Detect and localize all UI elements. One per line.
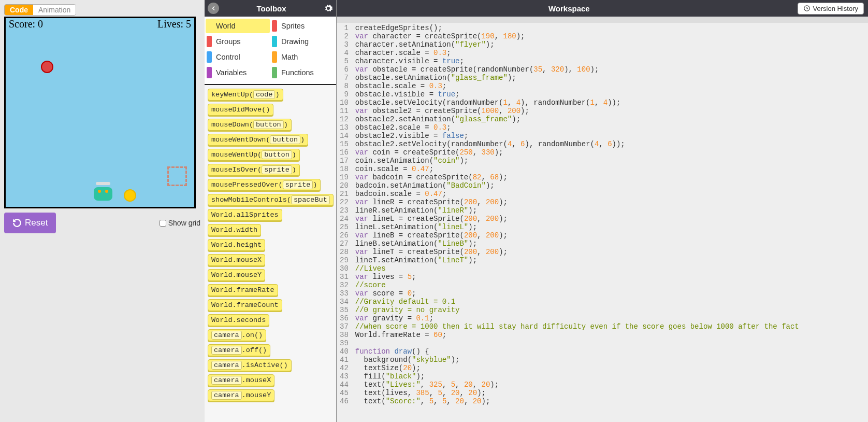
code-line[interactable]: //when score = 1000 then it will stay ha…	[355, 322, 866, 331]
code-block[interactable]: camera.mouseY	[208, 389, 274, 401]
code-line[interactable]: badcoin.setAnimation("BadCoin");	[355, 181, 866, 190]
category-variables[interactable]: Variables	[206, 65, 270, 80]
toolbox-back-button[interactable]	[208, 3, 219, 14]
code-line[interactable]: //Lives	[355, 264, 866, 273]
tab-animation[interactable]: Animation	[33, 5, 76, 15]
line-number: 32	[340, 281, 349, 289]
code-line[interactable]: var lives = 5;	[355, 273, 866, 281]
code-line[interactable]: obstacle2.scale = 0.3;	[355, 123, 866, 132]
code-line[interactable]: var score = 0;	[355, 289, 866, 298]
code-line[interactable]: //score	[355, 281, 866, 289]
code-line[interactable]: lineB.setAnimation("LineB");	[355, 240, 866, 248]
code-block[interactable]: World.allSprites	[208, 209, 282, 221]
code-block[interactable]: mouseDidMove()	[208, 104, 273, 116]
line-number: 28	[340, 248, 349, 256]
code-line[interactable]: var badcoin = createSprite(82, 68);	[355, 173, 866, 181]
code-line[interactable]: lineR.setAnimation("lineR");	[355, 206, 866, 215]
show-grid-checkbox[interactable]	[160, 220, 166, 227]
code-line[interactable]: function draw() {	[355, 347, 866, 356]
code-block[interactable]: camera.mouseX	[208, 374, 274, 386]
line-number: 10	[340, 99, 349, 107]
code-block[interactable]: mouseWentUp(button)	[208, 149, 300, 161]
code-line[interactable]: obstacle.setVelocity(randomNumber(1, 4),…	[355, 99, 866, 107]
block-list[interactable]: keyWentUp(code)mouseDidMove()mouseDown(b…	[205, 85, 336, 422]
category-label: Drawing	[281, 37, 309, 46]
version-history-label: Version History	[813, 5, 858, 12]
code-area[interactable]: createEdgeSprites();var character = crea…	[353, 23, 868, 422]
code-line[interactable]: obstacle2.visible = false;	[355, 132, 866, 140]
code-line[interactable]: var coin = createSprite(250, 330);	[355, 148, 866, 157]
show-grid-label: Show grid	[168, 219, 200, 227]
category-label: Variables	[216, 68, 247, 77]
code-line[interactable]: lineT.setAnimation("LineT");	[355, 256, 866, 264]
code-editor[interactable]: 1234567891011121314151617181920212223242…	[337, 23, 868, 422]
category-control[interactable]: Control	[206, 50, 270, 64]
code-line[interactable]: coin.scale = 0.47;	[355, 165, 866, 173]
sprite-character	[94, 182, 112, 201]
code-line[interactable]: fill("black");	[355, 372, 866, 381]
code-line[interactable]: background("skyblue");	[355, 356, 866, 364]
code-block[interactable]: World.frameRate	[208, 284, 278, 296]
code-line[interactable]: coin.setAnimation("coin");	[355, 157, 866, 165]
gear-icon[interactable]	[324, 4, 333, 13]
code-block[interactable]: World.width	[208, 224, 261, 236]
category-math[interactable]: Math	[271, 50, 335, 64]
reset-button[interactable]: Reset	[4, 213, 56, 233]
game-canvas[interactable]: Score: 0 Lives: 5	[4, 17, 196, 208]
code-line[interactable]: obstacle2.setVelocity(randomNumber(4, 6)…	[355, 140, 866, 148]
category-groups[interactable]: Groups	[206, 34, 270, 49]
code-line[interactable]: obstacle.visible = true;	[355, 90, 866, 99]
category-world[interactable]: World	[206, 19, 270, 33]
category-label: Sprites	[281, 22, 305, 30]
line-number: 27	[340, 240, 349, 248]
code-block[interactable]: keyWentUp(code)	[208, 89, 283, 101]
line-number: 1	[340, 24, 349, 32]
code-line[interactable]: var lineR = createSprite(200, 200);	[355, 198, 866, 206]
code-block[interactable]: camera.off()	[208, 344, 270, 356]
code-line[interactable]: //Gravity default = 0.1	[355, 298, 866, 306]
code-line[interactable]: var character = createSprite(190, 180);	[355, 32, 866, 40]
code-line[interactable]: obstacle.setAnimation("glass_frame");	[355, 74, 866, 82]
code-line[interactable]: obstacle2.setAnimation("glass_frame");	[355, 115, 866, 123]
code-line[interactable]: character.scale = 0.3;	[355, 49, 866, 57]
code-line[interactable]: var lineT = createSprite(200, 200);	[355, 248, 866, 256]
code-block[interactable]: World.mouseY	[208, 269, 265, 281]
category-sprites[interactable]: Sprites	[271, 19, 335, 33]
code-line[interactable]: obstacle.scale = 0.3;	[355, 82, 866, 90]
code-block[interactable]: mouseIsOver(sprite)	[208, 164, 300, 176]
code-line[interactable]: text(lives, 385, 5, 20, 20);	[355, 389, 866, 397]
category-label: Math	[281, 53, 298, 61]
category-functions[interactable]: Functions	[271, 65, 335, 80]
category-drawing[interactable]: Drawing	[271, 34, 335, 49]
code-line[interactable]: text("Score:", 5, 5, 20, 20);	[355, 397, 866, 405]
code-line[interactable]: badcoin.scale = 0.47;	[355, 190, 866, 198]
code-line[interactable]: textSize(20);	[355, 364, 866, 372]
code-line[interactable]: var lineB = createSprite(200, 200);	[355, 231, 866, 240]
code-block[interactable]: World.frameCount	[208, 299, 282, 311]
code-line[interactable]: text("Lives:", 325, 5, 20, 20);	[355, 381, 866, 389]
show-grid-control[interactable]: Show grid	[160, 219, 200, 227]
code-block[interactable]: camera.isActive()	[208, 359, 292, 371]
code-line[interactable]: var lineL = createSprite(200, 200);	[355, 215, 866, 223]
code-block[interactable]: World.seconds	[208, 314, 269, 326]
code-line[interactable]: createEdgeSprites();	[355, 24, 866, 32]
code-block[interactable]: mouseWentDown(button)	[208, 134, 308, 146]
horizontal-scrollbar[interactable]	[337, 17, 868, 23]
code-block[interactable]: mousePressedOver(sprite)	[208, 179, 321, 191]
code-line[interactable]	[355, 339, 866, 347]
code-block[interactable]: showMobileControls(spaceBut	[208, 194, 334, 206]
code-line[interactable]: character.setAnimation("flyer");	[355, 40, 866, 49]
code-line[interactable]: //0 gravity = no gravity	[355, 306, 866, 314]
code-line[interactable]: var obstacle2 = createSprite(1000, 200);	[355, 107, 866, 115]
code-block[interactable]: camera.on()	[208, 329, 266, 341]
tab-code[interactable]: Code	[5, 5, 33, 15]
code-line[interactable]: var gravity = 0.1;	[355, 314, 866, 322]
code-line[interactable]: character.visible = true;	[355, 57, 866, 65]
version-history-button[interactable]: Version History	[798, 3, 864, 15]
code-block[interactable]: World.mouseX	[208, 254, 265, 266]
code-block[interactable]: mouseDown(button)	[208, 119, 292, 131]
code-line[interactable]: var obstacle = createSprite(randomNumber…	[355, 65, 866, 74]
code-line[interactable]: lineL.setAnimation("lineL");	[355, 223, 866, 231]
code-block[interactable]: World.height	[208, 239, 265, 251]
code-line[interactable]: World.frameRate = 60;	[355, 331, 866, 339]
